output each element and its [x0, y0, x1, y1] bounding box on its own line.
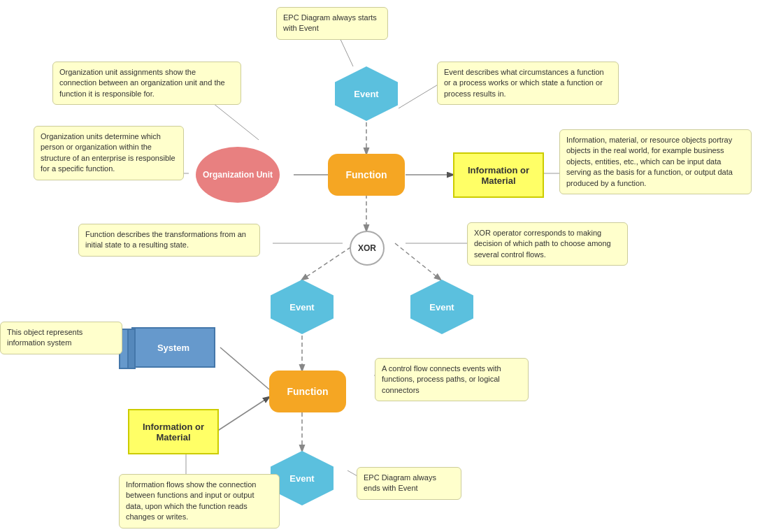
note-control-flow: A control flow connects events with func… — [375, 358, 529, 401]
system-label: System — [157, 343, 189, 353]
note-xor-desc: XOR operator corresponds to making decis… — [467, 222, 628, 266]
xor-circle: XOR — [350, 231, 385, 266]
function-1: Function — [328, 154, 405, 196]
note-event-describes: Event describes what circumstances a fun… — [437, 62, 619, 105]
diagram-container: EPC Diagram always starts with Event Eve… — [0, 0, 760, 532]
svg-line-8 — [220, 347, 269, 389]
svg-line-3 — [395, 243, 440, 280]
function-2-label: Function — [287, 386, 328, 397]
note-epc-start: EPC Diagram always starts with Event — [276, 7, 388, 40]
note-org-assignment: Organization unit assignments show the c… — [52, 62, 241, 105]
event-2: Event — [271, 280, 334, 334]
info-material-1: Information or Material — [453, 152, 544, 198]
svg-line-2 — [302, 243, 357, 280]
event-4-label: Event — [289, 473, 314, 484]
function-2: Function — [269, 371, 346, 412]
event-3-label: Event — [429, 302, 454, 312]
note-info-flow: Information flows show the connection be… — [119, 474, 280, 529]
svg-line-9 — [217, 397, 269, 431]
note-epc-end: EPC Diagram always ends with Event — [357, 467, 461, 500]
info-material-1-label: Information or Material — [454, 165, 543, 186]
org-unit-label: Organization Unit — [203, 170, 273, 180]
info-material-2-label: Information or Material — [129, 422, 217, 443]
event-1-label: Event — [354, 89, 378, 99]
event-4: Event — [271, 451, 334, 505]
event-1: Event — [335, 66, 398, 121]
note-function-describes: Function describes the transformations f… — [78, 224, 260, 257]
note-info-material-desc: Information, material, or resource objec… — [559, 129, 752, 194]
svg-line-12 — [399, 84, 439, 108]
note-system-desc: This object represents information syste… — [0, 322, 122, 354]
event-3: Event — [410, 280, 473, 334]
xor-label: XOR — [358, 243, 376, 253]
info-material-2: Information or Material — [128, 409, 219, 454]
event-2-label: Event — [289, 302, 314, 312]
note-org-determine: Organization units determine which perso… — [34, 126, 184, 180]
system-box: System — [131, 327, 215, 368]
function-1-label: Function — [345, 169, 387, 180]
org-unit: Organization Unit — [196, 147, 280, 203]
